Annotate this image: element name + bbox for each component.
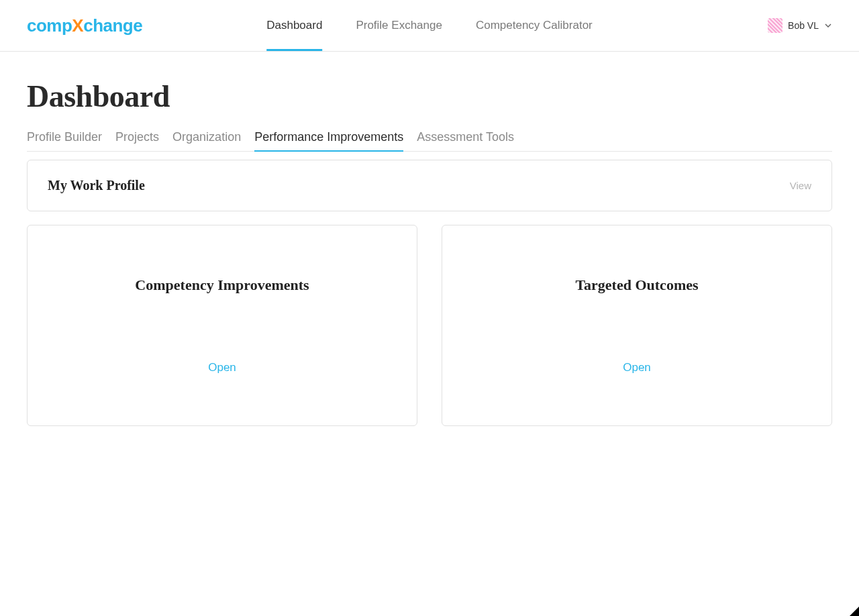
- work-profile-card: My Work Profile View: [27, 160, 832, 211]
- chevron-down-icon: [824, 21, 832, 30]
- card-title: Competency Improvements: [135, 276, 309, 294]
- card-targeted-outcomes: Targeted Outcomes Open: [442, 225, 832, 426]
- logo-part-change: change: [83, 15, 142, 36]
- card-competency-improvements: Competency Improvements Open: [27, 225, 417, 426]
- nav-competency-calibrator[interactable]: Competency Calibrator: [476, 0, 593, 51]
- tab-assessment-tools[interactable]: Assessment Tools: [417, 130, 514, 151]
- tab-performance-improvements[interactable]: Performance Improvements: [254, 130, 403, 151]
- nav-label: Profile Exchange: [356, 19, 442, 32]
- tab-label: Profile Builder: [27, 130, 102, 144]
- work-profile-title: My Work Profile: [48, 178, 145, 193]
- open-button[interactable]: Open: [208, 361, 236, 374]
- header: compXchange Dashboard Profile Exchange C…: [0, 0, 859, 52]
- nav-profile-exchange[interactable]: Profile Exchange: [356, 0, 442, 51]
- tab-label: Projects: [115, 130, 159, 144]
- work-profile-view-link[interactable]: View: [790, 180, 811, 191]
- nav-label: Competency Calibrator: [476, 19, 593, 32]
- tab-profile-builder[interactable]: Profile Builder: [27, 130, 102, 151]
- card-grid: Competency Improvements Open Targeted Ou…: [27, 225, 832, 426]
- sub-tabs: Profile Builder Projects Organization Pe…: [27, 130, 832, 152]
- tab-label: Performance Improvements: [254, 130, 403, 144]
- user-menu[interactable]: Bob VL: [768, 18, 832, 33]
- logo[interactable]: compXchange: [27, 15, 142, 36]
- tab-label: Organization: [172, 130, 241, 144]
- avatar: [768, 18, 782, 33]
- page-title: Dashboard: [27, 79, 832, 114]
- tab-organization[interactable]: Organization: [172, 130, 241, 151]
- main-content: Dashboard Profile Builder Projects Organ…: [0, 52, 859, 453]
- top-nav: Dashboard Profile Exchange Competency Ca…: [266, 0, 593, 51]
- nav-dashboard[interactable]: Dashboard: [266, 0, 322, 51]
- tab-label: Assessment Tools: [417, 130, 514, 144]
- resize-handle-icon[interactable]: [850, 607, 859, 616]
- logo-part-x: X: [72, 15, 83, 36]
- nav-label: Dashboard: [266, 19, 322, 32]
- open-button[interactable]: Open: [623, 361, 651, 374]
- user-name: Bob VL: [788, 20, 819, 31]
- card-title: Targeted Outcomes: [575, 276, 698, 294]
- logo-part-comp: comp: [27, 15, 72, 36]
- tab-projects[interactable]: Projects: [115, 130, 159, 151]
